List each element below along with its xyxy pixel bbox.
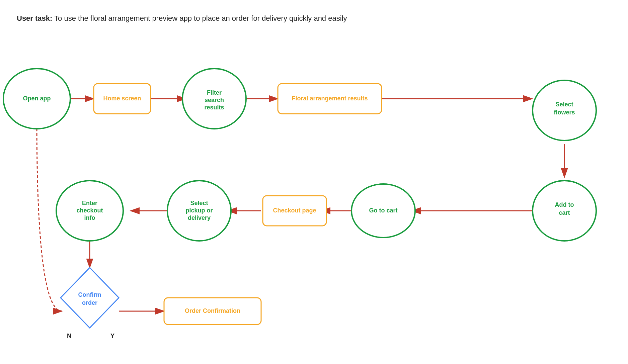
checkout-page-label: Checkout page xyxy=(273,207,316,214)
add-to-cart-label: Add to xyxy=(555,201,574,208)
select-pickup-label3: delivery xyxy=(188,214,211,221)
add-to-cart-label2: cart xyxy=(559,209,570,216)
y-label: Y xyxy=(110,333,114,339)
flowchart-diagram: Open app Home screen Filter search resul… xyxy=(0,33,628,355)
user-task-text: To use the floral arrangement preview ap… xyxy=(52,14,347,22)
filter-search-label3: results xyxy=(204,104,224,111)
select-pickup-label2: pickup or xyxy=(185,207,213,214)
floral-arrangement-label: Floral arrangement results xyxy=(292,95,368,102)
go-to-cart-label: Go to cart xyxy=(369,207,397,214)
confirm-order-label2: order xyxy=(82,299,97,306)
user-task-description: User task: To use the floral arrangement… xyxy=(17,13,611,24)
enter-checkout-label3: info xyxy=(84,214,95,221)
confirm-order-label: Confirm xyxy=(78,291,101,298)
open-app-label: Open app xyxy=(23,95,51,102)
select-pickup-label: Select xyxy=(190,200,208,206)
home-screen-label: Home screen xyxy=(103,95,141,102)
order-confirmation-label: Order Confirmation xyxy=(185,307,240,314)
select-flowers-label2: flowers xyxy=(554,109,575,116)
enter-checkout-label2: checkout xyxy=(76,207,103,214)
n-label: N xyxy=(67,333,71,339)
enter-checkout-label: Enter xyxy=(82,200,97,206)
select-flowers-label: Select xyxy=(555,101,573,108)
user-task-label: User task: xyxy=(17,14,52,22)
filter-search-label2: search xyxy=(205,97,224,103)
filter-search-label: Filter xyxy=(207,89,222,96)
